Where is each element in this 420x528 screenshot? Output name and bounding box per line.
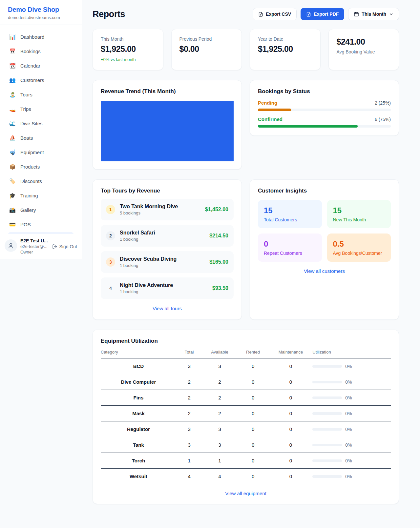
cell-available: 4 xyxy=(202,469,237,484)
status-bar-fill xyxy=(258,109,291,111)
rank-badge: 4 xyxy=(106,284,115,293)
speedboat-icon: 🚤 xyxy=(9,106,16,112)
equipment-utilization-card: Equipment Utilization Category Total Ava… xyxy=(93,330,399,504)
cell-maintenance: 0 xyxy=(269,453,313,469)
status-value: 6 (75%) xyxy=(375,117,391,122)
utilization-percent: 0% xyxy=(345,427,352,432)
cell-utilization: 0% xyxy=(312,453,391,469)
sidebar-item-label: Discounts xyxy=(20,178,42,184)
sign-out-button[interactable]: Sign Out xyxy=(52,244,77,249)
cell-total: 2 xyxy=(176,406,202,421)
sign-out-label: Sign Out xyxy=(59,244,77,249)
sidebar-item-bookings[interactable]: 📅 Bookings xyxy=(4,44,78,58)
table-row: Dive Computer 2 2 0 0 0% xyxy=(101,374,391,390)
file-download-icon xyxy=(306,12,311,17)
equipment-title: Equipment Utilization xyxy=(101,338,391,344)
cell-maintenance: 0 xyxy=(269,390,313,406)
cell-rented: 0 xyxy=(237,437,269,453)
cell-total: 3 xyxy=(176,421,202,437)
sidebar-item-pos[interactable]: 💳 POS xyxy=(4,217,78,232)
tile-label: Repeat Customers xyxy=(264,251,316,256)
sidebar-item-products[interactable]: 📦 Products xyxy=(4,159,78,174)
status-label: Pending xyxy=(258,100,277,106)
sidebar-nav: 📊 Dashboard 📅 Bookings 📆 Calendar 👥 Cust… xyxy=(0,25,82,234)
sidebar-item-trips[interactable]: 🚤 Trips xyxy=(4,102,78,116)
cell-category: Dive Computer xyxy=(101,374,176,390)
tour-revenue: $1,452.00 xyxy=(205,207,228,213)
tile-repeat-customers: 0 Repeat Customers xyxy=(258,234,322,262)
tour-row: 2 Snorkel Safari 1 booking $214.50 xyxy=(101,225,234,247)
cell-maintenance: 0 xyxy=(269,421,313,437)
sidebar-item-label: Equipment xyxy=(20,150,44,155)
stat-value: $1,925.00 xyxy=(101,44,155,54)
view-all-tours-link[interactable]: View all tours xyxy=(153,306,182,311)
sidebar-item-training[interactable]: 🎓 Training xyxy=(4,188,78,203)
sidebar-item-gallery[interactable]: 📸 Gallery xyxy=(4,203,78,217)
status-label: Confirmed xyxy=(258,116,283,122)
credit-card-icon: 💳 xyxy=(9,221,16,228)
cell-available: 1 xyxy=(202,453,237,469)
column-header: Rented xyxy=(237,350,269,358)
view-all-equipment-link[interactable]: View all equipment xyxy=(225,491,266,496)
sidebar-item-label: Boats xyxy=(20,135,33,141)
sidebar-item-calendar[interactable]: 📆 Calendar xyxy=(4,58,78,73)
tear-off-calendar-icon: 📆 xyxy=(9,63,16,69)
person-icon xyxy=(8,242,14,249)
page-title: Reports xyxy=(93,9,125,19)
sidebar-item-dashboard[interactable]: 📊 Dashboard xyxy=(4,30,78,44)
stat-card-avg-booking-value: $241.00 Avg Booking Value xyxy=(328,29,399,70)
brand-name: Demo Dive Shop xyxy=(8,6,74,13)
cell-total: 3 xyxy=(176,437,202,453)
sidebar-item-label: POS xyxy=(20,222,31,227)
table-row: Torch 1 1 0 0 0% xyxy=(101,453,391,469)
cell-utilization: 0% xyxy=(312,421,391,437)
tour-bookings: 1 booking xyxy=(120,263,205,268)
sidebar-item-discounts[interactable]: 🏷️ Discounts xyxy=(4,174,78,188)
user-role: Owner xyxy=(20,250,48,254)
cell-rented: 0 xyxy=(237,453,269,469)
stat-card-previous-period: Previous Period $0.00 xyxy=(171,29,242,70)
table-row: Regulator 3 3 0 0 0% xyxy=(101,421,391,437)
export-pdf-button[interactable]: Export PDF xyxy=(301,8,344,20)
column-header: Category xyxy=(101,350,176,358)
sidebar-item-dive-sites[interactable]: 🌊 Dive Sites xyxy=(4,116,78,131)
tile-avg-bookings: 0.5 Avg Bookings/Customer xyxy=(327,234,391,262)
cell-rented: 0 xyxy=(237,374,269,390)
tour-bookings: 5 bookings xyxy=(120,211,200,215)
tour-revenue: $93.50 xyxy=(212,285,228,291)
cell-maintenance: 0 xyxy=(269,469,313,484)
column-header: Maintenance xyxy=(269,350,313,358)
sidebar-item-tours[interactable]: 🏝️ Tours xyxy=(4,87,78,102)
cell-category: Mask xyxy=(101,406,176,421)
sidebar-item-label: Dive Sites xyxy=(20,121,43,126)
utilization-bar-track xyxy=(312,381,342,383)
utilization-percent: 0% xyxy=(345,395,352,400)
status-bar-track xyxy=(258,125,391,128)
brand-domain: demo.test.divestreams.com xyxy=(8,15,74,20)
period-dropdown[interactable]: This Month xyxy=(348,8,399,20)
sidebar-item-boats[interactable]: ⛵ Boats xyxy=(4,131,78,145)
table-row: Tank 3 3 0 0 0% xyxy=(101,437,391,453)
sidebar-item-label: Calendar xyxy=(20,63,40,69)
tour-row: 1 Two Tank Morning Dive 5 bookings $1,45… xyxy=(101,199,234,220)
utilization-bar-track xyxy=(312,396,342,399)
utilization-percent: 0% xyxy=(345,458,352,463)
tour-bookings: 1 booking xyxy=(120,237,205,242)
customer-insights-card: Customer Insights 15 Total Customers 15 … xyxy=(250,179,399,320)
top-tours-card: Top Tours by Revenue 1 Two Tank Morning … xyxy=(93,179,242,320)
island-icon: 🏝️ xyxy=(9,91,16,98)
sidebar-item-customers[interactable]: 👥 Customers xyxy=(4,73,78,87)
view-all-customers-link[interactable]: View all customers xyxy=(304,268,345,274)
export-csv-button[interactable]: Export CSV xyxy=(253,8,297,20)
column-header: Utilization xyxy=(312,350,391,358)
status-bar-track xyxy=(258,109,391,111)
stat-label: Avg Booking Value xyxy=(337,49,391,54)
stats-grid: This Month $1,925.00 +0% vs last month P… xyxy=(93,29,399,70)
user-name: E2E Test U... xyxy=(20,238,48,243)
sidebar-item-equipment[interactable]: 🤿 Equipment xyxy=(4,145,78,159)
header-actions: Export CSV Export PDF This Month xyxy=(253,8,399,20)
cell-available: 2 xyxy=(202,390,237,406)
sidebar-item-label: Trips xyxy=(20,106,31,112)
camera-icon: 📸 xyxy=(9,207,16,213)
utilization-percent: 0% xyxy=(345,379,352,385)
